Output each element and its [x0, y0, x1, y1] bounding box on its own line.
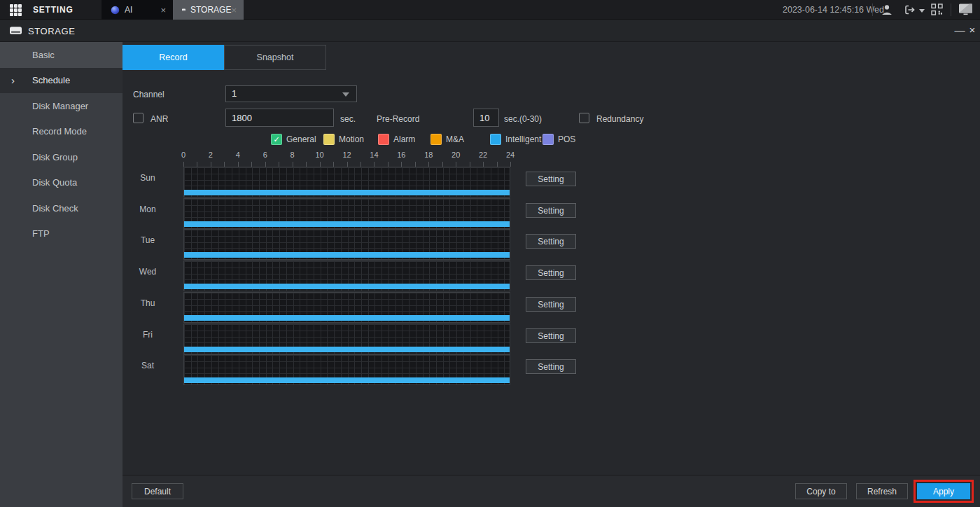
chevron-right-icon: ›: [11, 74, 15, 86]
timeline-grid-wed[interactable]: [183, 261, 510, 291]
sidebar-item-label: Basic: [32, 50, 55, 60]
hour-label: 2: [209, 151, 213, 159]
top-bar: SETTING AI × STORAGE × 2023-06-14 12:45:…: [0, 0, 980, 20]
timeline-ticks: [183, 162, 510, 167]
schedule-bar-intelligent[interactable]: [184, 377, 510, 383]
setting-button-tue[interactable]: Setting: [526, 234, 576, 249]
sidebar-item-disk-quota[interactable]: Disk Quota: [0, 170, 122, 196]
legend-color-swatch[interactable]: [430, 134, 442, 145]
schedule-bar-intelligent[interactable]: [184, 284, 510, 289]
legend-item-motion[interactable]: Motion: [323, 134, 364, 145]
sidebar-item-label: FTP: [32, 228, 50, 239]
legend-label: Intelligent: [505, 134, 541, 144]
copy-to-button[interactable]: Copy to: [795, 483, 847, 499]
timeline-grid-sun[interactable]: [183, 167, 510, 197]
anr-checkbox[interactable]: [133, 113, 144, 123]
schedule-timeline: SunSettingMonSettingTueSettingWedSetting…: [122, 167, 980, 386]
hour-label: 16: [397, 151, 405, 159]
schedule-bar-intelligent[interactable]: [184, 221, 510, 227]
sidebar-item-schedule[interactable]: ›Schedule: [0, 68, 122, 94]
setting-button-wed[interactable]: Setting: [526, 265, 576, 280]
sidebar-item-disk-manager[interactable]: Disk Manager: [0, 93, 122, 119]
hour-label: 0: [181, 151, 186, 159]
setting-button-mon[interactable]: Setting: [526, 203, 576, 218]
hour-tick: [360, 162, 361, 167]
legend-item-manda[interactable]: M&A: [430, 134, 464, 145]
tab-storage[interactable]: STORAGE ×: [173, 0, 244, 20]
hour-tick: [211, 162, 211, 167]
channel-label: Channel: [133, 90, 164, 99]
anr-input[interactable]: [225, 109, 334, 127]
default-button[interactable]: Default: [132, 483, 183, 499]
close-button[interactable]: ×: [966, 22, 979, 38]
timeline-grid-thu[interactable]: [183, 292, 510, 323]
redundancy-checkbox[interactable]: [579, 113, 589, 123]
logout-icon[interactable]: [904, 4, 916, 16]
display-icon[interactable]: [958, 3, 973, 16]
pre-record-label: Pre-Record: [377, 114, 419, 124]
content-area: Record Snapshot Channel 1 ANR sec. Pre-R…: [122, 42, 980, 507]
legend-color-swatch[interactable]: [490, 134, 501, 145]
hour-tick: [251, 162, 252, 167]
tab-storage-close-icon[interactable]: ×: [231, 5, 237, 15]
timeline-grid-tue[interactable]: [183, 229, 510, 260]
legend-label: M&A: [446, 134, 464, 144]
legend-color-swatch[interactable]: [378, 134, 389, 145]
datetime-display: 2023-06-14 12:45:16 Wed: [783, 5, 884, 15]
tab-snapshot[interactable]: Snapshot: [224, 45, 326, 70]
redundancy-label: Redundancy: [596, 114, 643, 124]
hour-tick: [401, 162, 402, 167]
setting-button-thu[interactable]: Setting: [526, 297, 576, 312]
hour-tick: [265, 162, 266, 167]
setting-menu[interactable]: SETTING: [0, 0, 102, 20]
legend-label: General: [286, 134, 316, 144]
hour-label: 12: [342, 151, 351, 159]
channel-dropdown[interactable]: 1: [225, 85, 357, 102]
logout-caret-icon[interactable]: [919, 9, 925, 13]
storage-tab-icon: [182, 6, 186, 14]
setting-button-fri[interactable]: Setting: [526, 328, 576, 343]
day-label-tue: Tue: [130, 235, 166, 245]
sidebar-item-disk-check[interactable]: Disk Check: [0, 195, 122, 221]
pre-record-input[interactable]: [473, 109, 499, 127]
refresh-button[interactable]: Refresh: [856, 483, 908, 499]
tab-ai[interactable]: AI ×: [102, 0, 173, 20]
tab-ai-label: AI: [125, 5, 132, 15]
tab-ai-close-icon[interactable]: ×: [160, 5, 166, 15]
legend-item-general[interactable]: ✓General: [271, 134, 316, 145]
sidebar-item-disk-group[interactable]: Disk Group: [0, 144, 122, 170]
sidebar-item-record-mode[interactable]: Record Mode: [0, 119, 122, 145]
hour-tick: [320, 162, 321, 167]
sidebar-item-ftp[interactable]: FTP: [0, 221, 122, 247]
hour-label: 20: [451, 151, 460, 159]
timeline-grid-fri[interactable]: [183, 324, 510, 354]
legend-item-intelligent[interactable]: Intelligent: [490, 134, 541, 145]
tab-record[interactable]: Record: [122, 45, 224, 70]
timeline-grid-sat[interactable]: [183, 354, 510, 385]
schedule-bar-intelligent[interactable]: [184, 347, 510, 352]
hour-tick: [497, 162, 498, 167]
sidebar-item-label: Disk Group: [32, 152, 78, 162]
sidebar-menu: Basic›ScheduleDisk ManagerRecord ModeDis…: [0, 42, 122, 507]
hour-tick: [183, 162, 184, 167]
legend-color-swatch[interactable]: ✓: [271, 134, 282, 145]
legend-item-alarm[interactable]: Alarm: [378, 134, 415, 145]
schedule-bar-intelligent[interactable]: [184, 190, 510, 195]
footer-bar: Default Copy to Refresh Apply: [122, 475, 980, 507]
setting-button-sat[interactable]: Setting: [526, 359, 576, 374]
legend-color-swatch[interactable]: [542, 134, 554, 145]
timeline-grid-mon[interactable]: [183, 198, 510, 229]
setting-button-sun[interactable]: Setting: [526, 172, 576, 186]
user-icon[interactable]: [881, 4, 893, 16]
sidebar-item-basic[interactable]: Basic: [0, 42, 122, 68]
anr-unit: sec.: [340, 114, 356, 124]
qr-code-icon[interactable]: [931, 4, 943, 15]
channel-value: 1: [232, 88, 237, 99]
schedule-bar-intelligent[interactable]: [184, 252, 510, 258]
minimize-button[interactable]: —: [953, 22, 966, 38]
schedule-bar-intelligent[interactable]: [184, 315, 510, 321]
day-label-sat: Sat: [130, 361, 166, 370]
legend-item-pos[interactable]: POS: [542, 134, 575, 145]
apply-button[interactable]: Apply: [917, 483, 970, 499]
legend-color-swatch[interactable]: [323, 134, 335, 145]
